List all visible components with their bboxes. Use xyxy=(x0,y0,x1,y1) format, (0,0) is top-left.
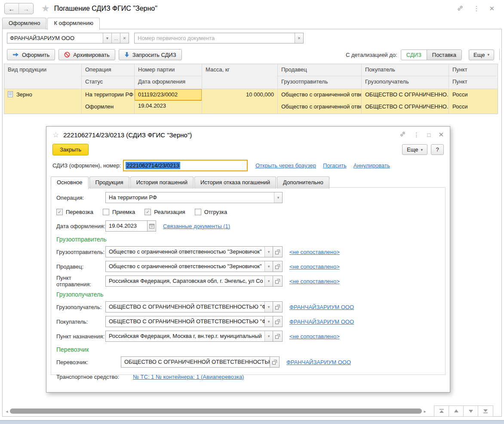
table-row[interactable]: Зерно На территории РФ Оформлен 011192/2… xyxy=(4,89,498,114)
col-product[interactable]: Вид продукции xyxy=(4,64,82,89)
clear-icon[interactable]: ✕ xyxy=(295,33,303,43)
more-button[interactable]: Еще▾ xyxy=(469,50,494,60)
col-consignee[interactable]: Грузополучатель xyxy=(362,76,449,88)
departure-point-combo[interactable]: Российская Федерация, Саратовская обл, г… xyxy=(105,275,273,287)
organization-value[interactable]: ФРАНЧАЙЗАРИУМ ООО xyxy=(7,33,103,43)
format-button[interactable]: Оформить xyxy=(7,49,55,60)
kebab-icon[interactable]: ⋮ xyxy=(473,5,479,12)
chevron-down-icon[interactable]: ▾ xyxy=(264,316,273,327)
col-buyer[interactable]: Покупатель xyxy=(362,64,449,76)
go-up-button[interactable] xyxy=(449,406,464,416)
back-button[interactable]: ← xyxy=(5,3,19,14)
tab-additional[interactable]: Дополнительно xyxy=(277,176,329,189)
open-object-icon[interactable] xyxy=(273,246,283,257)
choose-ellipsis-icon[interactable]: ... xyxy=(111,33,120,43)
checkbox-Реализация[interactable]: ✓Реализация xyxy=(144,209,185,215)
open-object-icon[interactable] xyxy=(273,301,283,313)
clear-icon[interactable]: ✕ xyxy=(120,33,129,43)
col-mass[interactable]: Масса, кг xyxy=(202,64,278,89)
close-icon[interactable]: ✕ xyxy=(489,5,495,12)
checkbox-unchecked-icon[interactable] xyxy=(103,209,109,215)
link-icon[interactable] xyxy=(457,5,464,13)
carrier-mapping-link[interactable]: ФРАНЧАЙЗАРИУМ ООО xyxy=(286,359,351,365)
shipper-combo[interactable]: Общество с ограниченной ответственностью… xyxy=(105,246,273,257)
cell-mass[interactable]: 10 000,000 xyxy=(202,89,278,114)
checkbox-Приемка[interactable]: Приемка xyxy=(103,209,135,215)
buyer-mapping-link[interactable]: ФРАНЧАЙЗАРИУМ ООО xyxy=(289,319,354,325)
col-date[interactable]: Дата оформления xyxy=(135,76,202,88)
related-documents-link[interactable]: Связанные документы (1) xyxy=(163,223,230,229)
chevron-down-icon[interactable]: ▾ xyxy=(264,247,273,257)
chevron-down-icon[interactable]: ▾ xyxy=(274,192,282,203)
date-input[interactable]: 19.04.2023 xyxy=(105,220,148,232)
open-object-icon[interactable] xyxy=(270,356,280,368)
checkbox-unchecked-icon[interactable] xyxy=(195,209,201,215)
open-object-icon[interactable] xyxy=(273,261,283,272)
checkbox-Перевозка[interactable]: ✓Перевозка xyxy=(56,209,93,215)
tab-products[interactable]: Продукция xyxy=(89,176,129,189)
chevron-down-icon[interactable]: ▾ xyxy=(103,33,111,43)
archive-button[interactable]: Архивировать xyxy=(58,49,115,60)
open-object-icon[interactable] xyxy=(273,331,283,342)
carrier-input[interactable]: ОБЩЕСТВО С ОГРАНИЧЕННОЙ ОТВЕТСТВЕННОСТЬЮ… xyxy=(121,356,270,368)
scrollbar-thumb[interactable] xyxy=(10,409,422,414)
open-object-icon[interactable] xyxy=(273,275,283,287)
cell-batch-selected[interactable]: 011192/23/0002 xyxy=(135,89,202,101)
chevron-down-icon[interactable]: ▾ xyxy=(264,302,273,312)
scroll-left-icon[interactable]: ◂ xyxy=(4,409,10,414)
tab-formed[interactable]: Оформлено xyxy=(2,18,46,29)
toggle-supply[interactable]: Поставка xyxy=(427,50,461,60)
transport-link[interactable]: № ТС: 1 № контейнера: 1 (Авиаперевозка) xyxy=(133,374,244,380)
consignee-combo[interactable]: ОБЩЕСТВО С ОГРАНИЧЕННОЙ ОТВЕТСТВЕННОСТЬЮ… xyxy=(105,301,273,313)
departure-mapping-link[interactable]: <не сопоставлено> xyxy=(289,278,340,285)
tab-to-form[interactable]: К оформлению xyxy=(47,18,100,30)
dialog-more-button[interactable]: Еще▾ xyxy=(402,144,427,155)
tab-main[interactable]: Основное xyxy=(51,176,89,189)
go-down-button[interactable] xyxy=(464,406,478,416)
chevron-down-icon[interactable]: ▾ xyxy=(264,261,273,272)
go-first-button[interactable] xyxy=(434,406,449,416)
help-button[interactable]: ? xyxy=(431,144,444,155)
col-point2[interactable]: Пункт xyxy=(449,76,496,88)
annul-link[interactable]: Аннулировать xyxy=(353,162,390,169)
col-point1[interactable]: Пункт xyxy=(449,64,496,76)
col-shipper[interactable]: Грузоотправитель xyxy=(278,76,361,88)
col-status[interactable]: Статус xyxy=(82,76,134,88)
toggle-sdiz[interactable]: СДИЗ xyxy=(401,50,427,60)
open-in-browser-link[interactable]: Открыть через браузер xyxy=(255,162,316,169)
seller-combo[interactable]: Общество с ограниченной ответственностью… xyxy=(105,261,273,272)
horizontal-scrollbar[interactable] xyxy=(10,409,422,414)
checkbox-checked-icon[interactable]: ✓ xyxy=(56,209,63,215)
go-last-button[interactable] xyxy=(478,406,493,416)
col-batch[interactable]: Номер партии xyxy=(135,64,202,76)
chevron-down-icon[interactable]: ▾ xyxy=(264,331,273,341)
chevron-down-icon[interactable]: ▾ xyxy=(264,276,273,286)
scroll-right-icon[interactable]: ▸ xyxy=(422,409,428,414)
redeem-link[interactable]: Погасить xyxy=(323,162,347,169)
close-icon[interactable]: ✕ xyxy=(438,131,444,139)
col-seller[interactable]: Продавец xyxy=(278,64,361,76)
sdiz-number-input[interactable]: 2221062714/23/0213 xyxy=(123,160,248,171)
forward-button[interactable]: → xyxy=(19,3,33,14)
tab-refusal-history[interactable]: История отказа погашений xyxy=(194,176,276,189)
buyer-combo[interactable]: ОБЩЕСТВО С ОГРАНИЧЕННОЙ ОТВЕТСТВЕННОСТЬЮ… xyxy=(105,316,273,327)
tab-redemption-history[interactable]: История погашений xyxy=(130,176,194,189)
open-object-icon[interactable] xyxy=(273,316,283,327)
shipper-mapping-link[interactable]: <не сопоставлено> xyxy=(289,249,340,255)
destination-mapping-link[interactable]: <не сопоставлено> xyxy=(289,333,340,340)
checkbox-checked-icon[interactable]: ✓ xyxy=(144,209,151,215)
request-sdiz-button[interactable]: Запросить СДИЗ xyxy=(119,49,182,60)
consignee-mapping-link[interactable]: ФРАНЧАЙЗАРИУМ ООО xyxy=(289,304,354,310)
maximize-icon[interactable]: □ xyxy=(427,132,431,138)
col-operation[interactable]: Операция xyxy=(82,64,134,76)
operation-combo[interactable]: На территории РФ ▾ xyxy=(105,192,283,203)
seller-mapping-link[interactable]: <не сопоставлено> xyxy=(289,263,340,270)
close-dialog-button[interactable]: Закрыть xyxy=(52,144,89,155)
calendar-icon[interactable] xyxy=(148,220,156,232)
checkbox-Отгрузка[interactable]: Отгрузка xyxy=(195,209,227,215)
destination-point-combo[interactable]: Российская Федерация, Москва г, вн.тер.г… xyxy=(105,331,273,342)
favorite-star-outline-icon[interactable]: ☆ xyxy=(52,130,59,139)
kebab-icon[interactable]: ⋮ xyxy=(414,131,420,138)
favorite-star-icon[interactable]: ★ xyxy=(41,3,50,14)
doc-number-input[interactable]: Номер первичного документа ✕ xyxy=(134,33,304,43)
